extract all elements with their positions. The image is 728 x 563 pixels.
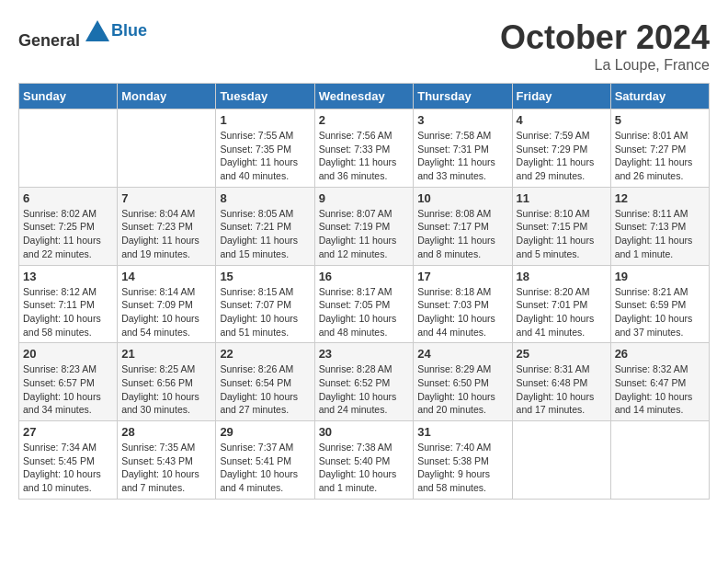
calendar-week-row: 6Sunrise: 8:02 AMSunset: 7:25 PMDaylight… (19, 187, 710, 265)
location-title: La Loupe, France (500, 57, 710, 74)
calendar-cell: 26Sunrise: 8:32 AMSunset: 6:47 PMDayligh… (610, 343, 709, 421)
day-number: 10 (417, 191, 507, 205)
day-info: Sunrise: 8:23 AMSunset: 6:57 PMDaylight:… (23, 362, 113, 417)
day-number: 9 (319, 191, 410, 205)
calendar-cell: 14Sunrise: 8:14 AMSunset: 7:09 PMDayligh… (118, 265, 216, 343)
day-number: 12 (615, 191, 705, 205)
day-info: Sunrise: 7:35 AMSunset: 5:43 PMDaylight:… (121, 441, 211, 495)
day-info: Sunrise: 8:11 AMSunset: 7:13 PMDaylight:… (615, 207, 705, 261)
day-info: Sunrise: 8:02 AMSunset: 7:25 PMDaylight:… (23, 207, 113, 261)
day-number: 16 (319, 270, 410, 283)
day-header-sunday: Sunday (19, 84, 118, 109)
day-header-saturday: Saturday (610, 84, 709, 109)
title-section: October 2024 La Loupe, France (500, 18, 710, 74)
day-info: Sunrise: 8:04 AMSunset: 7:23 PMDaylight:… (121, 207, 211, 261)
logo-blue: Blue (111, 21, 147, 40)
day-info: Sunrise: 8:32 AMSunset: 6:47 PMDaylight:… (615, 362, 705, 417)
calendar-cell: 6Sunrise: 8:02 AMSunset: 7:25 PMDaylight… (19, 187, 118, 265)
day-info: Sunrise: 8:29 AMSunset: 6:50 PMDaylight:… (417, 362, 507, 417)
calendar-cell: 22Sunrise: 8:26 AMSunset: 6:54 PMDayligh… (216, 343, 314, 421)
calendar-cell: 11Sunrise: 8:10 AMSunset: 7:15 PMDayligh… (512, 187, 610, 265)
calendar-cell: 17Sunrise: 8:18 AMSunset: 7:03 PMDayligh… (414, 265, 512, 343)
day-number: 21 (121, 347, 211, 361)
calendar-cell: 4Sunrise: 7:59 AMSunset: 7:29 PMDaylight… (512, 109, 610, 188)
day-info: Sunrise: 7:56 AMSunset: 7:33 PMDaylight:… (319, 129, 410, 183)
day-number: 29 (220, 425, 310, 439)
day-info: Sunrise: 8:31 AMSunset: 6:48 PMDaylight:… (517, 362, 607, 417)
day-header-tuesday: Tuesday (216, 84, 314, 109)
day-number: 15 (220, 270, 310, 283)
calendar-cell: 27Sunrise: 7:34 AMSunset: 5:45 PMDayligh… (19, 421, 118, 500)
day-info: Sunrise: 7:37 AMSunset: 5:41 PMDaylight:… (220, 441, 310, 495)
calendar-cell: 2Sunrise: 7:56 AMSunset: 7:33 PMDaylight… (314, 109, 414, 188)
day-number: 25 (517, 347, 607, 361)
calendar-cell: 23Sunrise: 8:28 AMSunset: 6:52 PMDayligh… (314, 343, 414, 421)
calendar-cell (512, 421, 610, 500)
day-info: Sunrise: 8:21 AMSunset: 6:59 PMDaylight:… (615, 285, 705, 339)
day-number: 19 (615, 270, 705, 283)
day-number: 14 (121, 270, 211, 283)
calendar-cell: 30Sunrise: 7:38 AMSunset: 5:40 PMDayligh… (314, 421, 414, 500)
calendar-body: 1Sunrise: 7:55 AMSunset: 7:35 PMDaylight… (19, 109, 710, 500)
day-number: 17 (417, 270, 507, 283)
calendar-cell: 5Sunrise: 8:01 AMSunset: 7:27 PMDaylight… (610, 109, 709, 188)
calendar-cell: 13Sunrise: 8:12 AMSunset: 7:11 PMDayligh… (19, 265, 118, 343)
calendar-cell: 21Sunrise: 8:25 AMSunset: 6:56 PMDayligh… (118, 343, 216, 421)
calendar-cell (19, 109, 118, 188)
day-info: Sunrise: 8:10 AMSunset: 7:15 PMDaylight:… (517, 207, 607, 261)
day-number: 31 (417, 425, 507, 439)
day-number: 7 (121, 191, 211, 205)
day-header-monday: Monday (118, 84, 216, 109)
calendar-cell: 18Sunrise: 8:20 AMSunset: 7:01 PMDayligh… (512, 265, 610, 343)
day-info: Sunrise: 7:38 AMSunset: 5:40 PMDaylight:… (319, 441, 410, 495)
day-info: Sunrise: 8:25 AMSunset: 6:56 PMDaylight:… (121, 362, 211, 417)
calendar-cell (610, 421, 709, 500)
day-header-thursday: Thursday (414, 84, 512, 109)
day-number: 20 (23, 347, 113, 361)
calendar-week-row: 13Sunrise: 8:12 AMSunset: 7:11 PMDayligh… (19, 265, 710, 343)
header: General Blue October 2024 La Loupe, Fran… (18, 18, 710, 74)
day-number: 18 (517, 270, 607, 283)
calendar-cell: 25Sunrise: 8:31 AMSunset: 6:48 PMDayligh… (512, 343, 610, 421)
day-number: 3 (417, 113, 507, 127)
day-info: Sunrise: 7:59 AMSunset: 7:29 PMDaylight:… (517, 129, 607, 183)
day-number: 23 (319, 347, 410, 361)
calendar-cell: 9Sunrise: 8:07 AMSunset: 7:19 PMDaylight… (314, 187, 414, 265)
svg-marker-0 (85, 20, 109, 41)
calendar-table: SundayMondayTuesdayWednesdayThursdayFrid… (18, 83, 710, 500)
calendar-cell: 20Sunrise: 8:23 AMSunset: 6:57 PMDayligh… (19, 343, 118, 421)
day-number: 4 (517, 113, 607, 127)
calendar-cell: 24Sunrise: 8:29 AMSunset: 6:50 PMDayligh… (414, 343, 512, 421)
calendar-cell: 19Sunrise: 8:21 AMSunset: 6:59 PMDayligh… (610, 265, 709, 343)
calendar-header-row: SundayMondayTuesdayWednesdayThursdayFrid… (19, 84, 710, 109)
day-info: Sunrise: 7:34 AMSunset: 5:45 PMDaylight:… (23, 441, 113, 495)
day-number: 27 (23, 425, 113, 439)
day-number: 6 (23, 191, 113, 205)
day-number: 8 (220, 191, 310, 205)
logo-general: General (18, 31, 80, 50)
day-info: Sunrise: 8:01 AMSunset: 7:27 PMDaylight:… (615, 129, 705, 183)
day-info: Sunrise: 8:28 AMSunset: 6:52 PMDaylight:… (319, 362, 410, 417)
day-header-friday: Friday (512, 84, 610, 109)
calendar-cell: 16Sunrise: 8:17 AMSunset: 7:05 PMDayligh… (314, 265, 414, 343)
day-info: Sunrise: 8:18 AMSunset: 7:03 PMDaylight:… (417, 285, 507, 339)
day-number: 5 (615, 113, 705, 127)
day-info: Sunrise: 7:40 AMSunset: 5:38 PMDaylight:… (417, 441, 507, 495)
day-info: Sunrise: 8:07 AMSunset: 7:19 PMDaylight:… (319, 207, 410, 261)
day-number: 26 (615, 347, 705, 361)
day-info: Sunrise: 8:14 AMSunset: 7:09 PMDaylight:… (121, 285, 211, 339)
calendar-cell: 28Sunrise: 7:35 AMSunset: 5:43 PMDayligh… (118, 421, 216, 500)
calendar-cell: 12Sunrise: 8:11 AMSunset: 7:13 PMDayligh… (610, 187, 709, 265)
calendar-cell (118, 109, 216, 188)
day-info: Sunrise: 8:08 AMSunset: 7:17 PMDaylight:… (417, 207, 507, 261)
day-info: Sunrise: 7:58 AMSunset: 7:31 PMDaylight:… (417, 129, 507, 183)
day-info: Sunrise: 8:15 AMSunset: 7:07 PMDaylight:… (220, 285, 310, 339)
calendar-cell: 31Sunrise: 7:40 AMSunset: 5:38 PMDayligh… (414, 421, 512, 500)
day-number: 13 (23, 270, 113, 283)
calendar-week-row: 1Sunrise: 7:55 AMSunset: 7:35 PMDaylight… (19, 109, 710, 188)
calendar-cell: 1Sunrise: 7:55 AMSunset: 7:35 PMDaylight… (216, 109, 314, 188)
month-title: October 2024 (500, 18, 710, 57)
day-number: 22 (220, 347, 310, 361)
logo-icon (84, 18, 111, 46)
calendar-cell: 10Sunrise: 8:08 AMSunset: 7:17 PMDayligh… (414, 187, 512, 265)
